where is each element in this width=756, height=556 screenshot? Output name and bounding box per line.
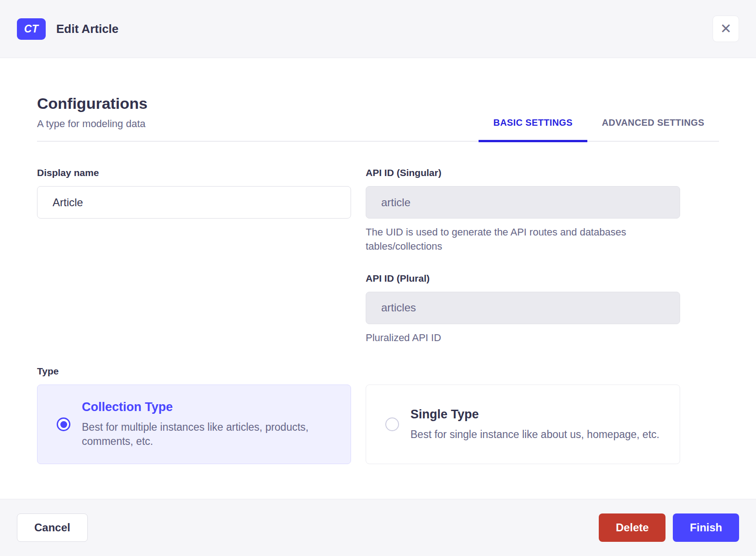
api-id-plural-label: API ID (Plural) (366, 273, 680, 284)
type-option-title: Single Type (410, 407, 660, 422)
close-icon: ✕ (720, 22, 731, 36)
display-name-label: Display name (37, 167, 351, 178)
finish-button[interactable]: Finish (673, 513, 739, 542)
api-id-plural-hint: Pluralized API ID (366, 331, 680, 345)
display-name-field-block: Display name (37, 167, 351, 345)
type-option-single-type[interactable]: Single Type Best for single instance lik… (366, 385, 680, 464)
edit-article-modal: CT Edit Article ✕ Configurations A type … (0, 0, 756, 556)
api-id-plural-input (366, 292, 680, 324)
api-id-singular-hint: The UID is used to generate the API rout… (366, 225, 680, 254)
tab-basic-settings[interactable]: BASIC SETTINGS (479, 118, 587, 141)
api-id-column: API ID (Singular) The UID is used to gen… (366, 167, 680, 345)
type-label: Type (37, 366, 719, 377)
page-subtitle: A type for modeling data (37, 118, 148, 130)
type-option-description: Best for multiple instances like article… (82, 420, 331, 449)
section-titles: Configurations A type for modeling data (37, 95, 148, 141)
page-title: Configurations (37, 95, 148, 112)
type-option-text: Collection Type Best for multiple instan… (82, 400, 331, 449)
type-option-text: Single Type Best for single instance lik… (410, 407, 660, 442)
type-option-title: Collection Type (82, 400, 331, 414)
display-name-input[interactable] (37, 186, 351, 219)
type-option-collection-type[interactable]: Collection Type Best for multiple instan… (37, 385, 351, 464)
api-id-singular-input (366, 186, 680, 219)
close-button[interactable]: ✕ (713, 16, 739, 42)
delete-button[interactable]: Delete (599, 513, 665, 542)
api-id-singular-field-block: API ID (Singular) The UID is used to gen… (366, 167, 680, 254)
radio-unchecked-icon[interactable] (385, 417, 399, 431)
radio-checked-icon[interactable] (57, 417, 70, 431)
modal-footer: Cancel Delete Finish (0, 499, 756, 556)
configuration-form: Display name API ID (Singular) The UID i… (37, 167, 719, 345)
api-id-singular-label: API ID (Singular) (366, 167, 680, 178)
modal-header: CT Edit Article ✕ (0, 0, 756, 58)
cancel-button[interactable]: Cancel (17, 513, 88, 542)
type-options: Collection Type Best for multiple instan… (37, 385, 719, 464)
content-type-badge-icon: CT (17, 18, 46, 40)
tab-advanced-settings[interactable]: ADVANCED SETTINGS (587, 118, 719, 141)
settings-tabs: BASIC SETTINGS ADVANCED SETTINGS (479, 118, 719, 141)
modal-title: Edit Article (56, 22, 118, 36)
type-option-description: Best for single instance like about us, … (410, 428, 660, 442)
modal-body: Configurations A type for modeling data … (0, 58, 756, 499)
api-id-plural-field-block: API ID (Plural) Pluralized API ID (366, 273, 680, 345)
section-header: Configurations A type for modeling data … (37, 95, 719, 142)
type-section: Type Collection Type Best for multiple i… (37, 366, 719, 464)
